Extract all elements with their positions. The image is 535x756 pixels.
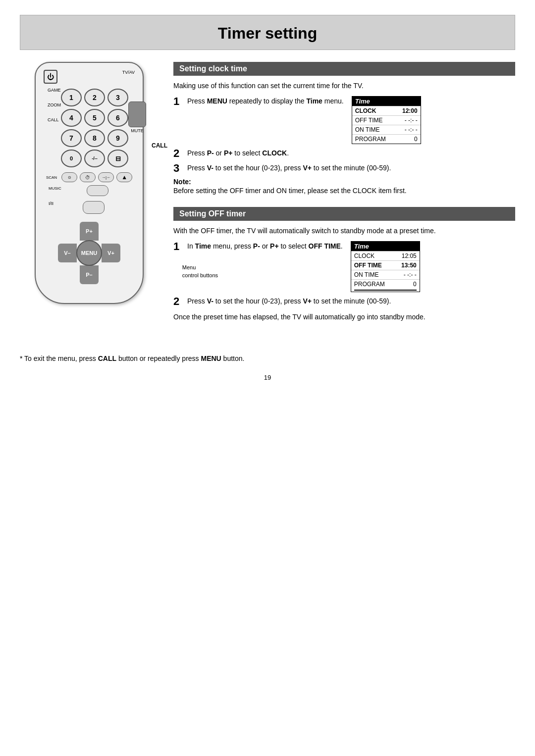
page-number: 19 xyxy=(0,374,535,381)
game-label: GAME xyxy=(48,88,61,93)
time-table-2-header: Time xyxy=(351,242,420,251)
off-timer-outro: Once the preset time has elapsed, the TV… xyxy=(173,312,515,322)
step1-text: Press MENU repeatedly to display the Tim… xyxy=(187,96,344,106)
off-step1-text: In Time menu, press P- or P+ to select O… xyxy=(187,241,343,252)
nav-cross: P+ P– V– V+ MENU xyxy=(57,221,121,285)
time-table-1-row-clock: CLOCK12:00 xyxy=(352,106,421,115)
off-timer-intro: With the OFF timer, the TV will automati… xyxy=(173,226,515,236)
call-outside-label: CALL xyxy=(152,142,167,149)
time-table-1-row-ontime: ON TIME- -:- - xyxy=(352,125,421,134)
btn-8[interactable]: 8 xyxy=(84,129,105,147)
numpad: 1 2 3 4 5 6 7 8 9 xyxy=(61,89,128,147)
menu-annotation: Menu control buttons xyxy=(182,264,218,279)
music-label: MUSIC xyxy=(49,186,61,197)
power-icon: ⏻ xyxy=(47,73,54,81)
p-plus-button[interactable]: P+ xyxy=(80,222,99,241)
p-minus-button[interactable]: P– xyxy=(80,265,99,284)
call-button[interactable] xyxy=(128,101,146,127)
iii-label: I/II xyxy=(49,201,54,216)
off-step1-number: 1 xyxy=(173,241,183,252)
power-button[interactable]: ⏻ xyxy=(44,70,57,84)
btn-7[interactable]: 7 xyxy=(61,129,82,147)
time-table-1-header: Time xyxy=(352,97,421,106)
zoom-label: ZOOM xyxy=(48,102,61,107)
clock-step2: 2 Press P- or P+ to select CLOCK. xyxy=(173,148,515,159)
btn-9[interactable]: 9 xyxy=(107,129,128,147)
time-table-1-row-program: PROGRAM0 xyxy=(352,134,421,144)
step2-text: Press P- or P+ to select CLOCK. xyxy=(187,148,515,158)
clock-intro: Making use of this function can set the … xyxy=(173,81,515,91)
btn-2[interactable]: 2 xyxy=(84,89,105,106)
btn-4[interactable]: 4 xyxy=(61,109,82,127)
btn-6[interactable]: 6 xyxy=(107,109,128,127)
mute-label: MUTE xyxy=(131,128,144,133)
v-plus-button[interactable]: V+ xyxy=(102,244,120,262)
menu-button[interactable]: MENU xyxy=(76,240,102,266)
clock-note-text: Before setting the OFF timer and ON time… xyxy=(173,186,515,196)
step3-text: Press V- to set the hour (0-23), press V… xyxy=(187,163,515,173)
off-step2-number: 2 xyxy=(173,296,183,307)
btn-dash[interactable]: -/-- xyxy=(84,150,105,167)
btn-0[interactable]: 0 xyxy=(61,150,82,167)
call-label: CALL xyxy=(48,117,61,122)
scan-button[interactable]: ⊙ xyxy=(61,172,77,182)
btn-sub[interactable]: ⊟ xyxy=(107,150,128,167)
pip-button[interactable]: →|← xyxy=(98,172,114,182)
step1-number: 1 xyxy=(173,96,183,107)
time-table-1-row-offtime: OFF TIME- -:- - xyxy=(352,115,421,125)
time-table-2-row-offtime: OFF TIME13:50 xyxy=(351,260,420,270)
step2-number: 2 xyxy=(173,148,183,159)
remote-control: ⏻ TV/AV GAME ZOOM CALL xyxy=(35,62,144,304)
off-timer-section-header: Setting OFF timer xyxy=(173,207,515,221)
footer-note: * To exit the menu, press CALL button or… xyxy=(20,353,515,364)
iii-button[interactable] xyxy=(83,201,105,214)
time-table-2-row-clock: CLOCK12:05 xyxy=(351,251,420,260)
btn-1[interactable]: 1 xyxy=(61,89,82,106)
clock-section-header: Setting clock time xyxy=(173,62,515,76)
step3-number: 3 xyxy=(173,163,183,174)
tv-av-label: TV/AV xyxy=(122,70,135,75)
off-step1: 1 In Time menu, press P- or P+ to select… xyxy=(173,241,515,292)
scroll-button[interactable]: ▲ xyxy=(116,172,132,182)
instructions-section: Setting clock time Making use of this fu… xyxy=(173,62,515,333)
time-table-2-row-program: PROGRAM0 xyxy=(351,279,420,289)
page-title: Timer setting xyxy=(20,24,515,43)
time-table-2: Time CLOCK12:05 OFF TIME13:50 ON TIME- -… xyxy=(351,241,420,292)
clock-step3: 3 Press V- to set the hour (0-23), press… xyxy=(173,163,515,174)
btn-5[interactable]: 5 xyxy=(84,109,105,127)
clock-note: Note: Before setting the OFF timer and O… xyxy=(173,178,515,196)
music-button[interactable] xyxy=(87,185,108,196)
btn-3[interactable]: 3 xyxy=(107,89,128,106)
off-step2-text: Press V- to set the hour (0-23), press V… xyxy=(187,296,515,306)
time-table-1: Time CLOCK12:00 OFF TIME- -:- - ON TIME-… xyxy=(352,96,421,144)
time-table-2-row-ontime: ON TIME- -:- - xyxy=(351,270,420,279)
v-minus-button[interactable]: V– xyxy=(58,244,77,262)
page-title-bar: Timer setting xyxy=(20,15,515,50)
scan-label: SCAN xyxy=(46,175,57,180)
remote-section: ⏻ TV/AV GAME ZOOM CALL xyxy=(20,62,159,333)
off-step2: 2 Press V- to set the hour (0-23), press… xyxy=(173,296,515,307)
clock-step1: 1 Press MENU repeatedly to display the T… xyxy=(173,96,515,144)
clock-icon[interactable]: ⏱ xyxy=(80,172,96,182)
